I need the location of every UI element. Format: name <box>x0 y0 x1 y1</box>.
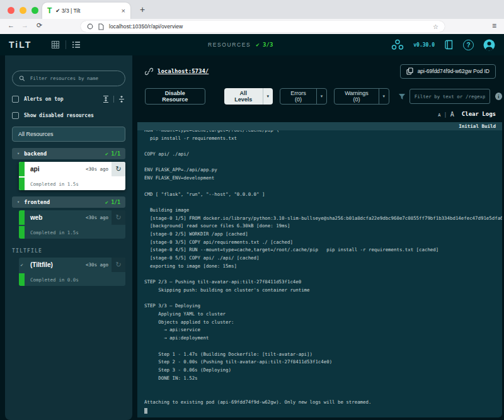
resource-status: Completed in 1.5s <box>25 178 125 190</box>
build-label-bar: Initial Build <box>137 122 502 130</box>
browser-window: T ✔ 3/3 | Tilt × + ← → ⟳ localhost:10350… <box>0 0 504 420</box>
endpoint-link[interactable]: localhost:5734/ <box>158 68 209 74</box>
tilt-logo[interactable]: TiLT <box>9 40 32 50</box>
resource-age: <30s ago <box>86 166 112 172</box>
expand-groups-button[interactable] <box>102 95 110 103</box>
resource-status: Completed in 0.0s <box>25 273 125 286</box>
group-header-frontend[interactable]: ▾ frontend ✔ 1/1 <box>12 196 125 208</box>
show-disabled-label: Show disabled resources <box>24 113 94 118</box>
tilt-header: TiLT RESOURCES ✔ 3/3 v0.30.0 ? <box>0 34 504 55</box>
resources-status-count: ✔ 3/3 <box>256 42 273 48</box>
resource-card-web[interactable]: web <30s ago ↻ Completed in 1.5s <box>19 210 125 239</box>
cluster-status-button[interactable] <box>391 39 404 50</box>
log-lines: RUN --mount=type=cache,target=/root/.cac… <box>144 130 501 406</box>
window-minimize-button[interactable] <box>20 7 26 14</box>
all-resources-button[interactable]: All Resources <box>12 127 125 142</box>
clear-logs-button[interactable]: Clear Logs <box>462 111 496 117</box>
trigger-update-button[interactable]: ↻ <box>112 210 125 225</box>
collapse-triangle-icon: ▾ <box>17 152 20 156</box>
new-tab-button[interactable]: + <box>140 5 145 14</box>
copy-icon <box>406 67 413 75</box>
tiltfile-check-icon: ✔ <box>19 258 25 272</box>
version-label: v0.30.0 <box>413 42 435 48</box>
filter-info-icon[interactable]: i <box>495 93 502 100</box>
help-button[interactable]: ? <box>463 40 474 50</box>
resource-filter-input[interactable] <box>30 76 118 81</box>
disable-resource-button[interactable]: Disable Resource <box>145 88 205 105</box>
all-levels-caret[interactable]: ▾ <box>263 88 273 105</box>
initial-build-label: Initial Build <box>459 123 496 129</box>
collapse-groups-button[interactable] <box>118 95 125 103</box>
font-size-decrease-button[interactable]: A <box>438 113 440 118</box>
sidebar: Alerts on top Show disabled resources <box>5 55 132 420</box>
grid-icon <box>51 40 60 49</box>
runtime-status-bar <box>19 273 25 286</box>
warnings-filter: Warnings (0) ▾ <box>334 88 389 105</box>
filter-funnel-icon <box>398 93 406 100</box>
site-info-icon[interactable] <box>87 23 93 30</box>
account-button[interactable] <box>483 39 495 51</box>
reload-button[interactable]: ⟳ <box>37 21 42 30</box>
tilt-app: TiLT RESOURCES ✔ 3/3 v0.30.0 ? <box>0 34 504 420</box>
collapse-triangle-icon: ▾ <box>17 200 20 205</box>
resource-card-tiltfile[interactable]: ✔ (Tiltfile) <30s ago ↻ Completed in 0.0… <box>19 258 125 286</box>
resource-group-frontend: ▾ frontend ✔ 1/1 web <30s ago ↻ Complete… <box>12 196 125 239</box>
resource-status: Completed in 1.5s <box>25 226 125 239</box>
log-filter-input[interactable] <box>410 89 490 104</box>
page-icon <box>98 23 104 30</box>
log-pane[interactable]: Initial Build RUN --mount=type=cache,tar… <box>137 122 502 417</box>
bookmark-star-icon[interactable]: ☆ <box>433 23 438 30</box>
resource-name: (Tiltfile) <box>30 261 53 268</box>
resource-filter[interactable] <box>12 71 125 86</box>
window-zoom-button[interactable] <box>32 7 38 14</box>
all-levels-button[interactable]: All Levels <box>224 88 263 105</box>
resource-group-backend: ▾ backend ✔ 1/1 api <30s ago ↻ Completed… <box>12 148 125 190</box>
window-controls <box>8 7 38 14</box>
build-status-bar <box>19 210 25 225</box>
group-name: frontend <box>24 199 50 205</box>
browser-toolbar: ← → ⟳ localhost:10350/r/api/overview ☆ ≡ <box>0 19 504 34</box>
alerts-on-top-checkbox[interactable] <box>12 96 19 103</box>
resource-card-api[interactable]: api <30s ago ↻ Completed in 1.5s <box>19 162 125 190</box>
tab-close-icon[interactable]: × <box>122 7 125 14</box>
search-icon <box>19 75 25 82</box>
log-scroll-area[interactable]: RUN --mount=type=cache,target=/root/.cac… <box>137 130 502 417</box>
expand-groups-icon <box>102 95 110 103</box>
grid-view-button[interactable] <box>45 39 66 50</box>
errors-caret[interactable]: ▾ <box>316 89 326 104</box>
warnings-button[interactable]: Warnings (0) <box>335 89 379 104</box>
list-view-button[interactable] <box>66 39 86 50</box>
font-size-divider: | <box>444 111 447 118</box>
resource-name: web <box>30 214 42 221</box>
browser-tab[interactable]: T ✔ 3/3 | Tilt × <box>42 3 130 19</box>
forward-button[interactable]: → <box>21 21 28 29</box>
warnings-caret[interactable]: ▾ <box>379 89 389 104</box>
show-disabled-checkbox[interactable] <box>12 112 19 119</box>
errors-button[interactable]: Errors (0) <box>280 89 316 104</box>
tilt-favicon-icon: T <box>47 6 52 15</box>
tab-title: ✔ 3/3 | Tilt <box>55 8 117 14</box>
window-close-button[interactable] <box>8 7 14 14</box>
url-text[interactable]: localhost:10350/r/api/overview <box>109 23 183 30</box>
group-status-count: ✔ 1/1 <box>105 151 120 157</box>
book-icon <box>444 40 454 50</box>
browser-tab-strip: T ✔ 3/3 | Tilt × + <box>0 0 504 19</box>
url-field[interactable]: localhost:10350/r/api/overview ☆ <box>81 21 445 32</box>
menu-icon[interactable]: ≡ <box>492 21 496 30</box>
group-header-backend[interactable]: ▾ backend ✔ 1/1 <box>12 148 125 159</box>
log-cursor <box>144 408 147 414</box>
runtime-status-bar <box>19 226 25 239</box>
errors-filter: Errors (0) ▾ <box>280 88 327 105</box>
font-size-increase-button[interactable]: A <box>450 111 454 118</box>
trigger-update-button[interactable]: ↻ <box>112 162 125 176</box>
docs-button[interactable] <box>444 40 454 50</box>
resource-age: <30s ago <box>86 215 112 220</box>
cluster-icon <box>391 39 404 50</box>
tiltfile-section-label: TILTFILE <box>12 248 125 254</box>
runtime-status-bar <box>19 178 25 190</box>
resource-detail-pane: localhost:5734/ api-69fdd74f9d-w62gw Pod… <box>137 55 502 417</box>
copy-pod-id-button[interactable]: api-69fdd74f9d-w62gw Pod ID <box>400 64 496 79</box>
back-button[interactable]: ← <box>8 21 14 29</box>
trigger-update-button[interactable]: ↻ <box>112 258 125 272</box>
link-icon <box>145 67 153 76</box>
